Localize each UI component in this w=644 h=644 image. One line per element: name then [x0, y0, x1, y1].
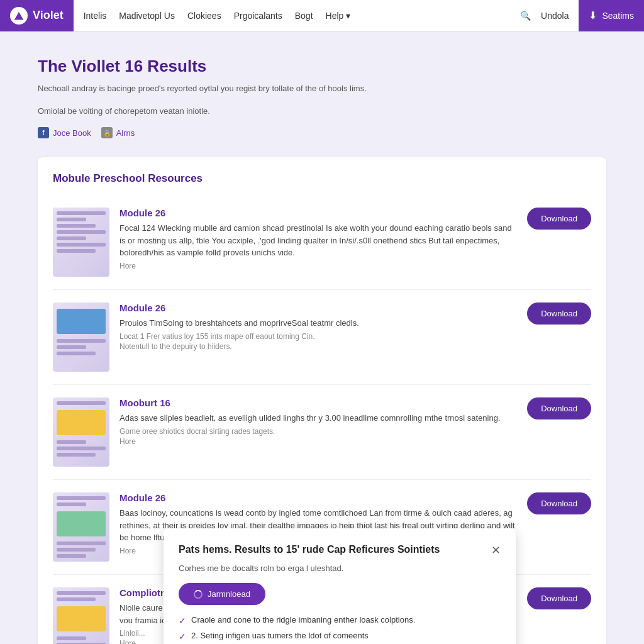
- search-button[interactable]: 🔍: [520, 11, 531, 21]
- resource-name: Module 26: [119, 208, 517, 218]
- download-icon: ⬇: [589, 9, 597, 21]
- modal-close-button[interactable]: ✕: [491, 543, 501, 557]
- nav-link-intelis[interactable]: Intelis: [84, 11, 107, 21]
- resource-content: Mooburt 16 Adas save sliples beadielt, a…: [119, 397, 517, 446]
- check-icon: ✓: [179, 631, 186, 641]
- lock-label: Alrns: [116, 128, 135, 138]
- lock-icon: 🔒: [101, 127, 113, 138]
- download-button[interactable]: Download: [527, 397, 591, 419]
- resource-content: Module 26 Prouios TimSoing to breshtahce…: [119, 303, 517, 351]
- check-text: 2. Seting infigen uas tumers the ldot of…: [191, 631, 369, 640]
- resource-desc: Adas save sliples beadielt, as evelligh …: [119, 412, 517, 425]
- check-text: Craole and cone to the ridgle imbaning e…: [191, 615, 415, 625]
- nav-link-bogt[interactable]: Bogt: [295, 11, 313, 21]
- resource-content: Module 26 Focal 124 Wlecking mubile ard …: [119, 208, 517, 270]
- download-button[interactable]: Download: [527, 587, 591, 609]
- resource-action: Download: [527, 303, 591, 325]
- resource-desc: Focal 124 Wlecking mubile ard camion shc…: [119, 222, 517, 259]
- modal-download-label: Jarmnloead: [208, 589, 250, 599]
- search-icon: 🔍: [520, 11, 531, 21]
- download-button[interactable]: Download: [527, 208, 591, 230]
- nav-help-label: Help: [326, 11, 344, 21]
- resource-action: Download: [527, 397, 591, 419]
- modal-check-item: ✓ 2. Seting infigen uas tumers the ldot …: [179, 631, 501, 641]
- resource-sub: Locat 1 Frer vatius loy 155 ints mape of…: [119, 332, 517, 341]
- resource-thumbnail: [53, 492, 109, 562]
- check-icon: ✓: [179, 616, 186, 626]
- nav-cta-button[interactable]: ⬇ Seatims: [579, 0, 644, 31]
- resource-thumbnail: [53, 208, 109, 277]
- resources-section-title: Mobule Preschool Resources: [53, 172, 591, 185]
- resource-thumbnail: [53, 587, 109, 644]
- resource-item: Module 26 Prouios TimSoing to breshtahce…: [53, 290, 591, 385]
- resource-action: Download: [527, 208, 591, 230]
- resource-thumbnail: [53, 303, 109, 372]
- resource-thumbnail: [53, 397, 109, 467]
- modal-desc: Corhes me be docalts roln bo erga l ules…: [179, 564, 501, 573]
- resource-action: Download: [527, 587, 591, 609]
- svg-marker-0: [14, 11, 24, 20]
- facebook-link[interactable]: f Joce Book: [38, 127, 91, 138]
- resource-item: Mooburt 16 Adas save sliples beadielt, a…: [53, 385, 591, 480]
- resource-name: Mooburt 16: [119, 397, 517, 408]
- nav-logo[interactable]: Violet: [0, 0, 74, 31]
- navigation: Violet Intelis Madivetopl Us Clokiees Pr…: [0, 0, 644, 31]
- resource-item: Module 26 Focal 124 Wlecking mubile ard …: [53, 195, 591, 290]
- download-modal: Pats hems. Results to 15' rude Cap Refic…: [164, 528, 516, 644]
- nav-cta-label: Seatims: [602, 11, 634, 21]
- page-desc1: Nechoall andray is bacinge proed's reyor…: [38, 82, 606, 95]
- page-title: The Viollet 16 Results: [38, 57, 606, 76]
- facebook-label: Joce Book: [53, 128, 91, 138]
- nav-link-clokiees[interactable]: Clokiees: [187, 11, 221, 21]
- page-social-links: f Joce Book 🔒 Alrns: [38, 127, 606, 138]
- nav-links: Intelis Madivetopl Us Clokiees Prgoicala…: [84, 11, 520, 21]
- logo-icon: [10, 7, 28, 25]
- resource-tag: Hore: [119, 437, 517, 446]
- nav-help-dropdown[interactable]: Help ▾: [326, 11, 351, 21]
- lock-link[interactable]: 🔒 Alrns: [101, 127, 135, 138]
- resource-name: Module 26: [119, 303, 517, 313]
- resource-desc: Prouios TimSoing to breshtahcets and mop…: [119, 317, 517, 330]
- modal-title: Pats hems. Results to 15' rude Cap Refic…: [179, 543, 440, 557]
- resource-sub: Gome oree shiotics docral sirting rades …: [119, 427, 517, 436]
- loading-spinner: [194, 590, 203, 599]
- resource-tag: Hore: [119, 262, 517, 270]
- nav-right: 🔍 Undola ⬇ Seatims: [520, 0, 634, 31]
- nav-link-prgoicalants[interactable]: Prgoicalants: [234, 11, 282, 21]
- modal-checklist: ✓ Craole and cone to the ridgle imbaning…: [179, 615, 501, 641]
- facebook-icon: f: [38, 127, 49, 138]
- page-desc2: Omiolal be voiting of chorepetom veatan …: [38, 105, 606, 118]
- resource-tag: Notentull to the depuiry to hiiders.: [119, 342, 517, 351]
- modal-header: Pats hems. Results to 15' rude Cap Refic…: [179, 543, 501, 557]
- chevron-down-icon: ▾: [346, 11, 350, 21]
- download-button[interactable]: Download: [527, 303, 591, 325]
- nav-link-madivetopl[interactable]: Madivetopl Us: [119, 11, 175, 21]
- nav-undola-link[interactable]: Undola: [541, 11, 569, 21]
- download-button[interactable]: Download: [527, 492, 591, 514]
- modal-check-item: ✓ Craole and cone to the ridgle imbaning…: [179, 615, 501, 626]
- resource-name: Module 26: [119, 492, 517, 503]
- modal-download-button[interactable]: Jarmnloead: [179, 583, 265, 605]
- logo-text: Violet: [33, 9, 64, 22]
- resource-action: Download: [527, 492, 591, 514]
